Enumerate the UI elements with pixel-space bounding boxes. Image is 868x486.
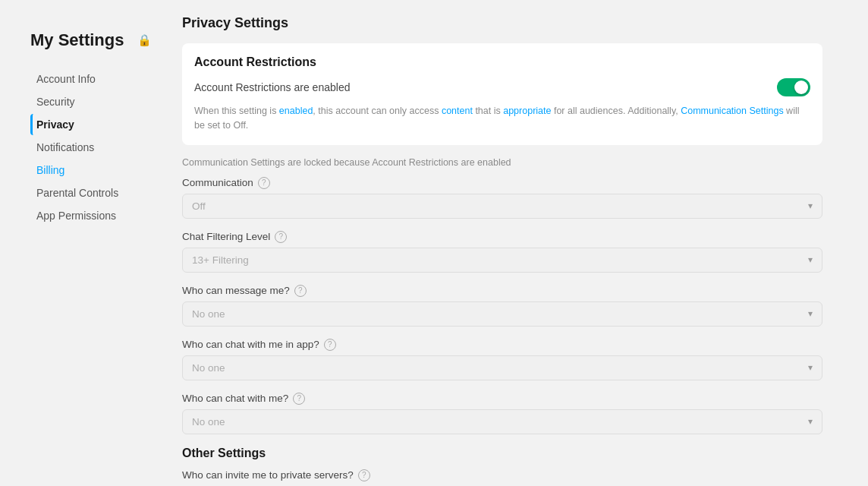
chat-filtering-select[interactable]: 13+ Filtering ▾ bbox=[182, 248, 822, 273]
toggle-thumb bbox=[794, 80, 808, 94]
who-can-chat-in-app-select[interactable]: No one ▾ bbox=[182, 355, 822, 380]
who-can-invite-label: Who can invite me to private servers? bbox=[182, 469, 354, 481]
sidebar-nav: Account Info Security Privacy Notificati… bbox=[30, 68, 152, 226]
communication-label-row: Communication ? bbox=[182, 177, 822, 189]
who-can-chat-select[interactable]: No one ▾ bbox=[182, 409, 822, 434]
who-can-chat-in-app-label-row: Who can chat with me in app? ? bbox=[182, 339, 822, 351]
who-can-chat-label: Who can chat with me? bbox=[182, 393, 288, 404]
sidebar-item-app-permissions[interactable]: App Permissions bbox=[30, 205, 152, 226]
lock-icon: 🔒 bbox=[137, 33, 152, 47]
who-can-message-help-icon[interactable]: ? bbox=[294, 285, 307, 297]
sidebar: My Settings 🔒 Account Info Security Priv… bbox=[0, 0, 167, 486]
who-can-invite-help-icon[interactable]: ? bbox=[358, 469, 370, 481]
who-can-chat-in-app-label: Who can chat with me in app? bbox=[182, 339, 319, 350]
sidebar-item-notifications[interactable]: Notifications bbox=[30, 137, 152, 158]
chat-filtering-help-icon[interactable]: ? bbox=[275, 231, 287, 243]
main-content: Privacy Settings Account Restrictions Ac… bbox=[167, 0, 868, 486]
sidebar-item-billing[interactable]: Billing bbox=[30, 159, 152, 181]
communication-group: Communication ? Off ▾ bbox=[182, 177, 822, 219]
account-restrictions-toggle[interactable] bbox=[777, 78, 810, 96]
chat-filtering-value: 13+ Filtering bbox=[192, 254, 249, 266]
who-can-chat-in-app-chevron: ▾ bbox=[808, 362, 813, 373]
who-can-message-label: Who can message me? bbox=[182, 285, 290, 296]
communication-label: Communication bbox=[182, 177, 253, 188]
chat-filtering-label: Chat Filtering Level bbox=[182, 231, 270, 242]
who-can-chat-in-app-help-icon[interactable]: ? bbox=[324, 339, 336, 351]
toggle-label: Account Restrictions are enabled bbox=[194, 81, 350, 93]
who-can-message-select[interactable]: No one ▾ bbox=[182, 301, 822, 327]
toggle-row: Account Restrictions are enabled bbox=[194, 78, 810, 96]
chat-filtering-label-row: Chat Filtering Level ? bbox=[182, 231, 822, 243]
who-can-chat-label-row: Who can chat with me? ? bbox=[182, 393, 822, 405]
who-can-chat-group: Who can chat with me? ? No one ▾ bbox=[182, 393, 822, 434]
info-text-content: When this setting is enabled, this accou… bbox=[194, 106, 799, 131]
sidebar-item-account-info[interactable]: Account Info bbox=[30, 68, 152, 90]
communication-help-icon[interactable]: ? bbox=[258, 177, 270, 189]
who-can-chat-in-app-value: No one bbox=[192, 362, 225, 374]
chat-filtering-chevron: ▾ bbox=[808, 254, 813, 265]
who-can-message-group: Who can message me? ? No one ▾ bbox=[182, 285, 822, 327]
section-title: Privacy Settings bbox=[182, 15, 822, 31]
other-settings-title: Other Settings bbox=[182, 447, 822, 460]
who-can-chat-chevron: ▾ bbox=[808, 416, 813, 427]
sidebar-item-security[interactable]: Security bbox=[30, 91, 152, 112]
who-can-invite-group: Who can invite me to private servers? ? … bbox=[182, 469, 822, 487]
page-title-area: My Settings 🔒 bbox=[30, 30, 152, 50]
account-restrictions-card: Account Restrictions Account Restriction… bbox=[182, 43, 822, 145]
account-restrictions-title: Account Restrictions bbox=[194, 55, 810, 69]
communication-select[interactable]: Off ▾ bbox=[182, 194, 822, 219]
who-can-message-value: No one bbox=[192, 308, 225, 320]
who-can-chat-in-app-group: Who can chat with me in app? ? No one ▾ bbox=[182, 339, 822, 380]
sidebar-item-parental-controls[interactable]: Parental Controls bbox=[30, 182, 152, 204]
sidebar-item-privacy[interactable]: Privacy bbox=[30, 114, 152, 135]
communication-value: Off bbox=[192, 200, 206, 212]
communication-chevron: ▾ bbox=[808, 200, 813, 211]
who-can-chat-help-icon[interactable]: ? bbox=[293, 393, 305, 405]
page-title: My Settings bbox=[30, 30, 124, 50]
who-can-message-label-row: Who can message me? ? bbox=[182, 285, 822, 297]
account-restrictions-info: When this setting is enabled, this accou… bbox=[194, 104, 810, 133]
who-can-chat-value: No one bbox=[192, 416, 225, 428]
chat-filtering-group: Chat Filtering Level ? 13+ Filtering ▾ bbox=[182, 231, 822, 273]
locked-notice: Communication Settings are locked becaus… bbox=[182, 157, 822, 168]
who-can-message-chevron: ▾ bbox=[808, 308, 813, 319]
who-can-invite-label-row: Who can invite me to private servers? ? bbox=[182, 469, 822, 481]
